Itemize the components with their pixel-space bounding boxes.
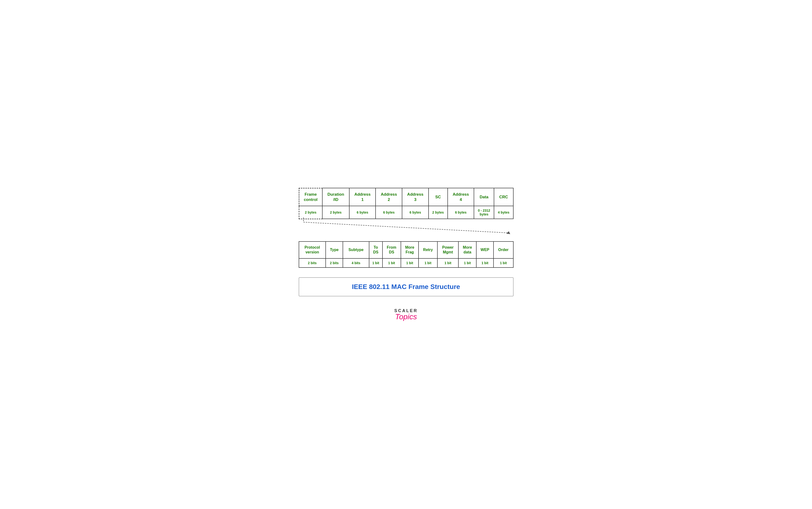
th-more-data: Moredata [458,241,476,259]
td-wep-size: 1 bit [476,259,493,268]
frame-table: Framecontrol Duration/ID Address1 Addres… [299,188,514,219]
th-sc: SC [428,188,448,206]
frame-table-wrapper: Framecontrol Duration/ID Address1 Addres… [299,188,514,234]
td-a3-size: 6 bytes [402,206,428,219]
td-order-size: 1 bit [493,259,513,268]
td-mf-size: 1 bit [401,259,419,268]
td-fromds-size: 1 bit [383,259,401,268]
th-address-3: Address3 [402,188,428,206]
td-a4-size: 6 bytes [448,206,474,219]
th-address-4: Address4 [448,188,474,206]
th-retry: Retry [419,241,437,259]
td-a2-size: 6 bytes [376,206,402,219]
td-fc-size: 2 bytes [299,206,322,219]
topics-text: Topics [395,312,417,321]
td-crc-size: 4 bytes [494,206,513,219]
th-from-ds: FromDS [383,241,401,259]
td-data-size: 0 - 2312bytes [474,206,494,219]
th-crc: CRC [494,188,513,206]
th-address-2: Address2 [376,188,402,206]
td-dur-size: 2 bytes [322,206,349,219]
dashed-arrow-svg [299,217,514,234]
td-tods-size: 1 bit [369,259,382,268]
td-retry-size: 1 bit [419,259,437,268]
title-box: IEEE 802.11 MAC Frame Structure [299,277,514,296]
th-subtype: Subtype [343,241,369,259]
th-frame-control: Framecontrol [299,188,322,206]
td-type-size: 2 bits [326,259,343,268]
td-a1-size: 6 bytes [349,206,376,219]
th-to-ds: ToDS [369,241,382,259]
th-type: Type [326,241,343,259]
td-sub-size: 4 bits [343,259,369,268]
td-pm-size: 1 bit [437,259,459,268]
th-power-mgmt: PowerMgmt [437,241,459,259]
th-proto-ver: Protocolversion [299,241,326,259]
th-address-1: Address1 [349,188,376,206]
bits-table: Protocolversion Type Subtype ToDS FromDS… [299,241,514,268]
th-order: Order [493,241,513,259]
frame-title: IEEE 802.11 MAC Frame Structure [301,283,511,291]
td-md-size: 1 bit [458,259,476,268]
th-more-frag: MoreFrag [401,241,419,259]
th-data: Data [474,188,494,206]
th-wep: WEP [476,241,493,259]
td-sc-size: 2 bytes [428,206,448,219]
th-duration-id: Duration/ID [322,188,349,206]
td-pv-size: 2 bits [299,259,326,268]
svg-line-1 [303,222,509,233]
logo-container: SCALER Topics [299,308,514,321]
main-container: Framecontrol Duration/ID Address1 Addres… [299,188,514,321]
